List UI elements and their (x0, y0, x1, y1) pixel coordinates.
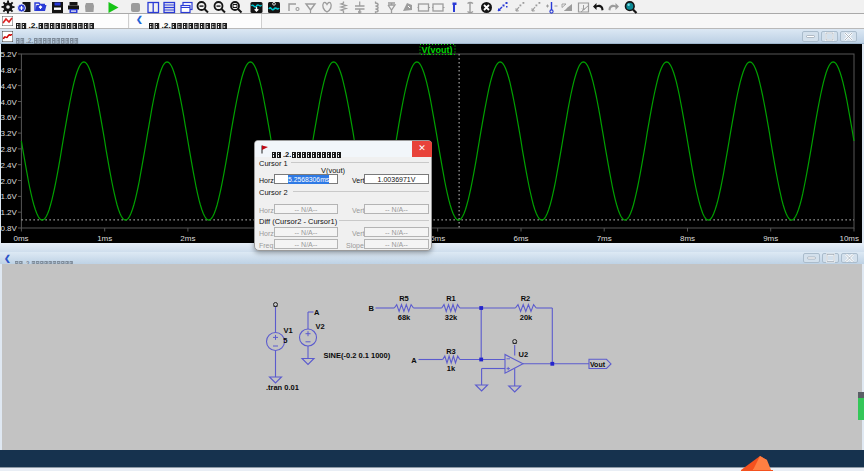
svg-text:SINE(-0.2 0.1 1000): SINE(-0.2 0.1 1000) (324, 351, 391, 360)
svg-text:4.0V: 4.0V (1, 98, 18, 107)
svg-text:0.8V: 0.8V (1, 224, 18, 233)
svg-text:5ms: 5ms (430, 234, 445, 243)
svg-text:A: A (314, 308, 320, 317)
svg-text:3.6V: 3.6V (1, 113, 18, 122)
svg-text:R5: R5 (399, 294, 409, 303)
svg-text:6ms: 6ms (513, 234, 528, 243)
svg-text:4.8V: 4.8V (1, 66, 18, 75)
svg-text:V2: V2 (316, 322, 325, 331)
svg-text:4.4V: 4.4V (1, 82, 18, 91)
svg-text:8ms: 8ms (680, 234, 695, 243)
svg-text:7ms: 7ms (597, 234, 612, 243)
svg-text:0ms: 0ms (14, 234, 29, 243)
svg-text:2ms: 2ms (180, 234, 195, 243)
svg-text:32k: 32k (445, 313, 458, 322)
svg-text:1.2V: 1.2V (1, 208, 18, 217)
svg-text:2.8V: 2.8V (1, 145, 18, 154)
svg-text:1.6V: 1.6V (1, 192, 18, 201)
svg-text:A: A (411, 356, 417, 365)
svg-text:B: B (369, 304, 375, 313)
svg-text:V1: V1 (284, 326, 293, 335)
svg-text:1k: 1k (447, 364, 456, 373)
svg-text:3.2V: 3.2V (1, 129, 18, 138)
svg-text:Vout: Vout (590, 361, 606, 368)
svg-text:5: 5 (283, 336, 287, 345)
svg-text:U2: U2 (519, 350, 529, 359)
svg-text:R1: R1 (446, 294, 456, 303)
svg-text:2.4V: 2.4V (1, 161, 18, 170)
svg-text:10ms: 10ms (839, 234, 859, 243)
svg-text:R3: R3 (446, 347, 456, 356)
svg-text:9ms: 9ms (763, 234, 778, 243)
svg-text:1ms: 1ms (97, 234, 112, 243)
svg-text:2.0V: 2.0V (1, 177, 18, 186)
svg-text:20k: 20k (520, 313, 533, 322)
svg-text:R2: R2 (521, 294, 531, 303)
svg-text:68k: 68k (398, 313, 411, 322)
svg-text:V(vout): V(vout) (422, 45, 453, 55)
svg-text:5.2V: 5.2V (1, 50, 18, 59)
svg-text:.tran 0.01: .tran 0.01 (266, 383, 299, 392)
